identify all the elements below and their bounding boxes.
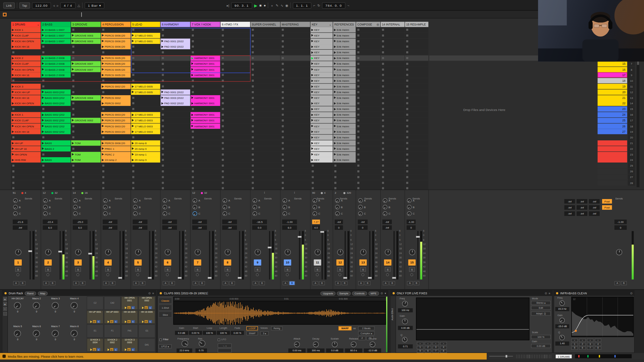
pan-knob[interactable] (75, 249, 81, 255)
clip-play-icon[interactable] (311, 108, 313, 110)
band-toggle-7[interactable]: 7 (432, 350, 439, 353)
clip-stop-icon[interactable] (162, 125, 164, 127)
send-knob-B[interactable] (43, 205, 48, 209)
scene-slot[interactable] (598, 135, 627, 140)
scene-slot[interactable]: 19 (598, 84, 627, 89)
snap-button[interactable]: SNAP (247, 331, 258, 335)
clip-play-icon[interactable] (334, 119, 336, 121)
crossfade-b-button[interactable]: B (414, 281, 419, 285)
clip-slot[interactable] (11, 180, 41, 185)
clip-slot[interactable] (280, 61, 310, 66)
clip-stop-icon[interactable] (252, 74, 254, 76)
clip-stop-icon[interactable] (357, 148, 359, 150)
adapt-q-toggle[interactable]: Adapt. Q (531, 311, 551, 315)
clip-play-icon[interactable] (102, 153, 104, 156)
clip[interactable]: KEY (311, 123, 333, 129)
res-value[interactable]: 0.70 (196, 349, 207, 353)
clip-stop-icon[interactable] (334, 176, 336, 178)
clip[interactable]: Erik Heirm (333, 118, 356, 123)
send-knob-A[interactable] (103, 198, 107, 202)
clip-slot[interactable] (381, 129, 405, 134)
clip-stop-icon[interactable] (162, 176, 164, 178)
clip-slot[interactable] (251, 106, 280, 112)
clip-stop-icon[interactable] (382, 46, 384, 48)
drum-pad[interactable]: HH UP 0001MS (87, 310, 103, 324)
track-number-button[interactable]: 11 (314, 259, 321, 265)
clip[interactable]: KICK CLAP (11, 33, 41, 38)
clip-stop-icon[interactable] (282, 182, 284, 184)
track-number-button[interactable]: 6 (164, 259, 171, 265)
track-header-2[interactable]: 2 BASS (41, 22, 70, 27)
track-header-13[interactable]: COMPOSE◎ (356, 22, 380, 27)
clip[interactable]: BASS 0002 [202 (41, 118, 70, 123)
clip[interactable]: KEY (311, 112, 333, 117)
clip-slot[interactable] (356, 78, 380, 83)
clip-stop-icon[interactable] (102, 170, 104, 172)
scene-slot[interactable] (598, 163, 627, 168)
clip-play-icon[interactable] (334, 91, 336, 93)
clip[interactable]: TOM (71, 157, 101, 163)
gain-range-value[interactable]: 0.0 (252, 225, 267, 230)
warp-beats-button[interactable]: 2 Beats (358, 326, 375, 330)
solo-button[interactable]: S (105, 267, 111, 272)
clip-stop-icon[interactable] (282, 165, 284, 167)
env-knob-decay[interactable] (313, 342, 319, 347)
clip-slot[interactable] (41, 186, 70, 190)
clip-slot[interactable] (280, 84, 310, 89)
clip-stop-icon[interactable] (406, 165, 408, 167)
clip-slot[interactable] (221, 123, 250, 129)
clip-slot[interactable] (280, 89, 310, 95)
hot-swap-icon[interactable]: ⊙ (545, 292, 547, 295)
clip-slot[interactable] (71, 123, 101, 129)
track-header-11[interactable]: KEY⌄ (311, 22, 333, 27)
track-number-button[interactable]: 4 (104, 259, 112, 265)
filter-frequency-knob[interactable] (181, 340, 188, 347)
clip-stop-icon[interactable] (357, 46, 359, 48)
clip-stop-icon[interactable] (406, 74, 408, 76)
clip-slot[interactable] (405, 140, 428, 146)
volume-fader-handle[interactable] (58, 251, 62, 252)
filter-res-knob[interactable] (199, 340, 206, 347)
clip-slot[interactable] (161, 84, 190, 89)
clip[interactable]: Erik Heirm (333, 106, 356, 112)
clip-stop-icon[interactable] (132, 170, 134, 172)
clip-slot[interactable] (405, 72, 428, 78)
clip-play-icon[interactable] (334, 57, 336, 59)
clip-stop-icon[interactable] (312, 182, 314, 184)
clip-slot[interactable] (191, 163, 220, 168)
scene-number[interactable]: 18 (628, 123, 635, 129)
clip-slot[interactable] (356, 186, 380, 190)
clip-play-icon[interactable] (102, 114, 104, 116)
volume-value[interactable]: -Inf (222, 220, 237, 224)
clip-slot[interactable] (381, 72, 405, 78)
band-filter-type-menu[interactable]: ⌄ (571, 339, 578, 342)
pad-solo-button[interactable]: S (97, 320, 100, 323)
clip-stop-icon[interactable] (192, 165, 194, 167)
drum-pad[interactable]: 10 KICK 1 0004MS (87, 338, 103, 352)
clip[interactable]: Erik Heirm (333, 146, 356, 152)
clip-play-icon[interactable] (42, 159, 44, 161)
clip-slot[interactable] (221, 118, 250, 123)
band-filter-type-menu[interactable]: ⌄ (440, 342, 447, 345)
clip-stop-icon[interactable] (382, 125, 384, 127)
clip-stop-icon[interactable] (72, 46, 74, 48)
clip-slot[interactable] (41, 152, 70, 157)
clip-slot[interactable] (405, 169, 428, 174)
scene-slot[interactable]: 16 (598, 67, 627, 72)
clip-slot[interactable] (41, 44, 70, 49)
clip-slot[interactable] (311, 180, 333, 185)
gain-range-value[interactable]: -Inf (192, 225, 207, 230)
clip[interactable]: PERCS 0003 [20 (101, 118, 130, 123)
clip-slot[interactable] (356, 67, 380, 72)
arm-button[interactable] (386, 274, 389, 277)
clip-stop-icon[interactable] (382, 165, 384, 167)
clip-stop-icon[interactable] (252, 85, 254, 87)
clip-slot[interactable] (356, 129, 380, 134)
clip-stop-icon[interactable] (357, 114, 359, 116)
env-knob-release[interactable] (351, 342, 357, 347)
clip-stop-icon[interactable] (406, 102, 408, 104)
clip-stop-icon[interactable] (222, 142, 224, 144)
clip-slot[interactable] (101, 89, 130, 95)
clip-stop-icon[interactable] (382, 170, 384, 172)
clip-stop-icon[interactable] (252, 176, 254, 178)
